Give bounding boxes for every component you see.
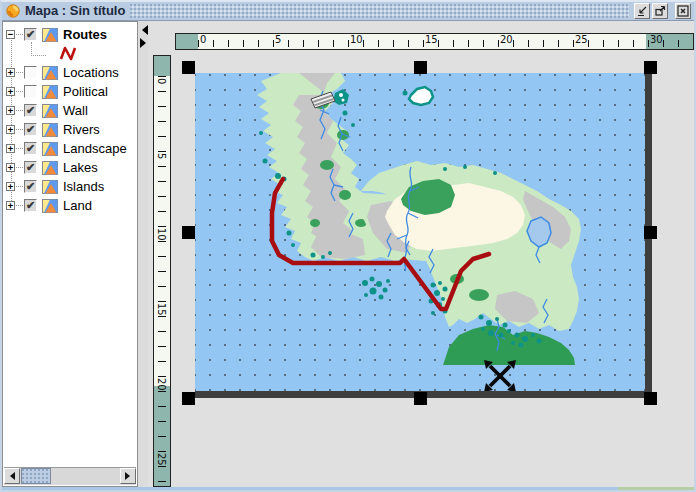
- selection-handle[interactable]: [644, 226, 657, 239]
- tree-expand-toggle[interactable]: +: [6, 87, 15, 96]
- tree-expand-toggle[interactable]: +: [6, 125, 15, 134]
- tree-connector: [16, 72, 23, 73]
- ruler-tick: [158, 451, 166, 452]
- route-symbol-icon: [59, 46, 77, 61]
- ruler-tick: [158, 421, 166, 422]
- tree-connector: [16, 34, 23, 35]
- layer-icon: [42, 199, 58, 213]
- ruler-tick: [158, 196, 166, 197]
- ruler-tick: [648, 40, 649, 47]
- window-titlebar[interactable]: Mapa : Sin título: [2, 2, 694, 21]
- tree-expand-toggle[interactable]: +: [6, 68, 15, 77]
- ruler-tick: [158, 301, 166, 302]
- checkmark-icon: ✔: [26, 124, 35, 135]
- tree-expand-toggle[interactable]: +: [6, 106, 15, 115]
- layer-icon: [42, 161, 58, 175]
- layer-label: Islands: [63, 179, 104, 194]
- layer-row-landscape[interactable]: +✔Landscape: [3, 139, 137, 158]
- layer-visibility-checkbox[interactable]: ✔: [24, 199, 37, 212]
- splitpane-divider[interactable]: [138, 21, 148, 487]
- selection-handle[interactable]: [414, 392, 427, 405]
- layer-row-land[interactable]: +✔Land: [3, 196, 137, 215]
- layer-label: Land: [63, 198, 92, 213]
- ruler-tick: [158, 181, 166, 182]
- ruler-tick: [158, 316, 166, 317]
- layer-row-locations[interactable]: +✔Locations: [3, 63, 137, 82]
- layer-visibility-checkbox[interactable]: ✔: [24, 161, 37, 174]
- ruler-tick: [158, 391, 166, 392]
- scrollbar-track[interactable]: [51, 468, 120, 485]
- layer-visibility-checkbox[interactable]: ✔: [24, 123, 37, 136]
- ruler-label: 10: [350, 34, 363, 45]
- window-bottom-border-accent: [618, 487, 694, 490]
- layer-visibility-checkbox[interactable]: ✔: [24, 28, 37, 41]
- layer-icon: [42, 85, 58, 99]
- ruler-tick: [378, 40, 379, 47]
- selection-handle[interactable]: [644, 392, 657, 405]
- selection-handle[interactable]: [414, 61, 427, 74]
- tree-expand-toggle[interactable]: +: [6, 201, 15, 210]
- ruler-tick: [483, 40, 484, 47]
- tree-expand-toggle[interactable]: +: [6, 144, 15, 153]
- selection-handle[interactable]: [182, 392, 195, 405]
- app-swirl-icon: [6, 4, 20, 18]
- layer-row-islands[interactable]: +✔Islands: [3, 177, 137, 196]
- selection-handle[interactable]: [182, 226, 195, 239]
- horizontal-ruler: 051015202530: [175, 33, 694, 50]
- ruler-tick: [423, 40, 424, 47]
- layer-visibility-checkbox[interactable]: ✔: [24, 180, 37, 193]
- tree-expand-toggle[interactable]: +: [6, 182, 15, 191]
- layer-visibility-checkbox[interactable]: ✔: [24, 85, 37, 98]
- ruler-tick: [158, 151, 166, 152]
- selection-handle[interactable]: [182, 61, 195, 74]
- ruler-tick: [438, 40, 439, 47]
- tree-connector: [16, 167, 23, 168]
- ruler-label: 15: [425, 34, 438, 45]
- layer-label: Landscape: [63, 141, 127, 156]
- ruler-tick: [363, 40, 364, 47]
- scroll-right-button[interactable]: [120, 468, 136, 484]
- ruler-label: 20: [500, 34, 513, 45]
- selection-handle[interactable]: [644, 61, 657, 74]
- ruler-tick: [243, 40, 244, 47]
- tree-connector: [16, 129, 23, 130]
- minimize-button[interactable]: [634, 3, 650, 19]
- titlebar-texture: [130, 4, 629, 18]
- ruler-label: 0: [200, 34, 206, 45]
- maximize-button[interactable]: [652, 3, 668, 19]
- close-button[interactable]: [675, 3, 691, 19]
- layer-row-lakes[interactable]: +✔Lakes: [3, 158, 137, 177]
- tree-connector: [16, 148, 23, 149]
- layer-row-wall[interactable]: +✔Wall: [3, 101, 137, 120]
- ruler-tick: [158, 286, 166, 287]
- ruler-tick: [513, 40, 514, 47]
- layer-label: Wall: [63, 103, 88, 118]
- layer-row-routes[interactable]: −✔Routes: [3, 25, 137, 44]
- tree-expand-toggle[interactable]: −: [6, 30, 15, 39]
- ruler-tick: [453, 40, 454, 47]
- ruler-tick: [213, 40, 214, 47]
- ruler-label: 20: [156, 378, 167, 391]
- maximize-icon: [654, 5, 666, 17]
- ruler-tick: [273, 40, 274, 47]
- collapse-left-arrow-icon[interactable]: [137, 25, 148, 35]
- layer-icon: [42, 28, 58, 42]
- ruler-tick: [158, 121, 166, 122]
- close-icon: [677, 5, 689, 17]
- layer-row-political[interactable]: +✔Political: [3, 82, 137, 101]
- scroll-left-button[interactable]: [4, 468, 20, 484]
- ruler-tick: [158, 271, 166, 272]
- layer-visibility-checkbox[interactable]: ✔: [24, 142, 37, 155]
- map-canvas[interactable]: [195, 73, 652, 398]
- layer-row-rivers[interactable]: +✔Rivers: [3, 120, 137, 139]
- ruler-tick: [348, 40, 349, 47]
- route-style-row[interactable]: [28, 44, 137, 63]
- ruler-tick: [678, 40, 679, 47]
- tree-expand-toggle[interactable]: +: [6, 163, 15, 172]
- scrollbar-thumb[interactable]: [21, 468, 51, 484]
- layer-visibility-checkbox[interactable]: ✔: [24, 104, 37, 117]
- layers-horizontal-scrollbar[interactable]: [4, 467, 136, 485]
- layer-visibility-checkbox[interactable]: ✔: [24, 66, 37, 79]
- ruler-label: 0: [156, 78, 167, 84]
- ruler-tick: [528, 40, 529, 47]
